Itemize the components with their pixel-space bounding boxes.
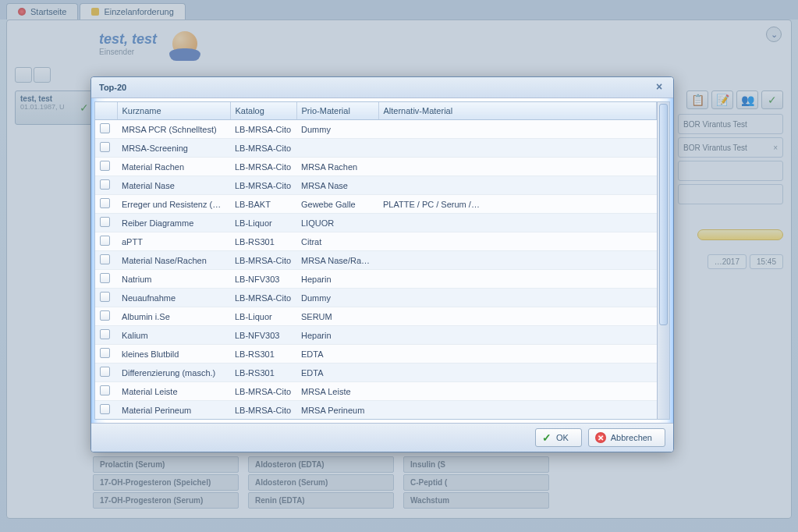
cell-katalog: LB-NFV303 — [230, 270, 296, 289]
cell-alt — [378, 326, 657, 345]
cell-prio: Dummy — [296, 120, 378, 139]
row-checkbox[interactable] — [100, 348, 110, 358]
table-row[interactable]: kleines BlutbildLB-RS301EDTA — [95, 345, 657, 364]
cell-prio: Dummy — [296, 289, 378, 307]
col-prio[interactable]: Prio-Material — [296, 102, 378, 120]
ok-icon: ✓ — [542, 431, 552, 444]
cell-name: Material Nase — [117, 176, 230, 195]
col-kurzname[interactable]: Kurzname — [117, 102, 230, 120]
cell-prio: MRSA Nase/Rachen — [296, 251, 378, 270]
cell-prio: EDTA — [296, 364, 378, 382]
cell-katalog: LB-RS301 — [230, 364, 296, 382]
cell-alt — [378, 345, 657, 364]
cell-prio: EDTA — [296, 345, 378, 364]
modal-header: Top-20 × — [91, 77, 673, 98]
cell-katalog: LB-BAKT — [230, 195, 296, 214]
modal-title: Top-20 — [99, 83, 126, 92]
row-checkbox[interactable] — [100, 179, 110, 190]
cell-alt — [378, 139, 657, 158]
row-checkbox[interactable] — [100, 292, 110, 302]
top20-table: Kurzname Katalog Prio-Material Alternati… — [95, 102, 657, 419]
row-checkbox[interactable] — [100, 385, 110, 395]
scrollbar[interactable] — [657, 102, 669, 419]
table-row[interactable]: Erreger und Resistenz (E+R)LB-BAKTGewebe… — [95, 195, 657, 214]
table-row[interactable]: Differenzierung (masch.)LB-RS301EDTA — [95, 364, 657, 382]
table-row[interactable]: Material LeisteLB-MRSA-CitoMRSA Leiste — [95, 382, 657, 401]
row-checkbox[interactable] — [100, 310, 110, 321]
table-row[interactable]: aPTTLB-RS301Citrat — [95, 232, 657, 251]
row-checkbox[interactable] — [100, 367, 110, 377]
cell-name: MRSA PCR (Schnelltest) — [117, 120, 230, 139]
cell-alt — [378, 307, 657, 326]
col-katalog[interactable]: Katalog — [230, 102, 296, 120]
table-row[interactable]: KaliumLB-NFV303Heparin — [95, 326, 657, 345]
cell-katalog: LB-MRSA-Cito — [230, 382, 296, 401]
scrollbar-thumb[interactable] — [659, 104, 668, 325]
cell-name: Erreger und Resistenz (E+R) — [117, 195, 230, 214]
grid-scroll[interactable]: Kurzname Katalog Prio-Material Alternati… — [95, 102, 657, 419]
table-row[interactable]: Material PerineumLB-MRSA-CitoMRSA Perine… — [95, 401, 657, 420]
cell-name: Material Perineum — [117, 401, 230, 420]
cancel-icon: ✕ — [595, 432, 606, 443]
cell-alt — [378, 382, 657, 401]
cell-katalog: LB-MRSA-Cito — [230, 158, 296, 176]
cell-prio: Citrat — [296, 232, 378, 251]
table-row[interactable]: Reiber DiagrammeLB-LiquorLIQUOR — [95, 214, 657, 232]
cell-prio: Heparin — [296, 326, 378, 345]
row-checkbox[interactable] — [100, 217, 110, 227]
row-checkbox[interactable] — [100, 404, 110, 414]
cell-alt — [378, 401, 657, 420]
table-row[interactable]: NatriumLB-NFV303Heparin — [95, 270, 657, 289]
table-row[interactable]: Material NaseLB-MRSA-CitoMRSA Nase — [95, 176, 657, 195]
grid-wrap: Kurzname Katalog Prio-Material Alternati… — [94, 101, 670, 420]
table-row[interactable]: MRSA PCR (Schnelltest)LB-MRSA-CitoDummy — [95, 120, 657, 139]
cell-alt — [378, 251, 657, 270]
cell-name: Reiber Diagramme — [117, 214, 230, 232]
cell-prio: MRSA Nase — [296, 176, 378, 195]
cell-name: Differenzierung (masch.) — [117, 364, 230, 382]
table-row[interactable]: NeuaufnahmeLB-MRSA-CitoDummy — [95, 289, 657, 307]
row-checkbox[interactable] — [100, 161, 110, 171]
cell-alt — [378, 364, 657, 382]
cell-name: Kalium — [117, 326, 230, 345]
table-row[interactable]: Albumin i.SeLB-LiquorSERUM — [95, 307, 657, 326]
cell-katalog: LB-MRSA-Cito — [230, 251, 296, 270]
cell-name: Albumin i.Se — [117, 307, 230, 326]
cell-name: kleines Blutbild — [117, 345, 230, 364]
modal-footer: ✓ OK ✕ Abbrechen — [91, 423, 673, 452]
cell-katalog: LB-MRSA-Cito — [230, 139, 296, 158]
close-icon[interactable]: × — [653, 81, 665, 94]
row-checkbox[interactable] — [100, 123, 110, 133]
cell-name: Material Leiste — [117, 382, 230, 401]
ok-button[interactable]: ✓ OK — [535, 428, 582, 447]
row-checkbox[interactable] — [100, 329, 110, 339]
cell-prio: MRSA Rachen — [296, 158, 378, 176]
cell-prio — [296, 139, 378, 158]
cell-alt — [378, 176, 657, 195]
cancel-button[interactable]: ✕ Abbrechen — [588, 428, 665, 447]
table-row[interactable]: MRSA-ScreeningLB-MRSA-Cito — [95, 139, 657, 158]
row-checkbox[interactable] — [100, 236, 110, 246]
col-check[interactable] — [95, 102, 117, 120]
ok-label: OK — [556, 433, 569, 442]
row-checkbox[interactable] — [100, 142, 110, 152]
table-row[interactable]: Material Nase/RachenLB-MRSA-CitoMRSA Nas… — [95, 251, 657, 270]
cell-name: MRSA-Screening — [117, 139, 230, 158]
cell-name: Natrium — [117, 270, 230, 289]
cell-katalog: LB-RS301 — [230, 232, 296, 251]
row-checkbox[interactable] — [100, 273, 110, 283]
row-checkbox[interactable] — [100, 198, 110, 208]
cell-alt — [378, 158, 657, 176]
table-row[interactable]: Material RachenLB-MRSA-CitoMRSA Rachen — [95, 158, 657, 176]
row-checkbox[interactable] — [100, 254, 110, 264]
cell-katalog: LB-NFV303 — [230, 326, 296, 345]
cell-prio: SERUM — [296, 307, 378, 326]
cell-prio: MRSA Perineum — [296, 401, 378, 420]
cell-alt — [378, 120, 657, 139]
cell-katalog: LB-MRSA-Cito — [230, 176, 296, 195]
cell-prio: MRSA Leiste — [296, 382, 378, 401]
cell-alt — [378, 289, 657, 307]
cell-alt — [378, 214, 657, 232]
cell-name: Neuaufnahme — [117, 289, 230, 307]
col-alt[interactable]: Alternativ-Material — [378, 102, 657, 120]
